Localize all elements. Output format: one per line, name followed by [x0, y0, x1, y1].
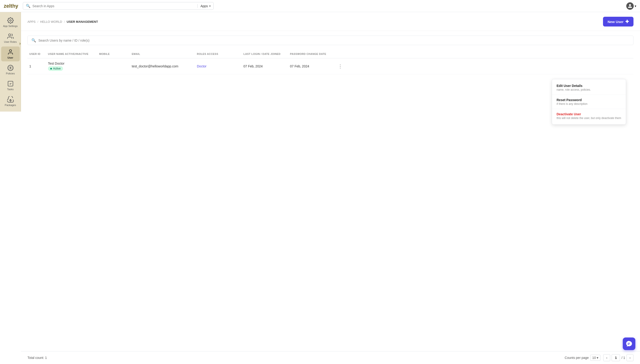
email-header: EMAIL	[130, 52, 195, 56]
breadcrumb: APPS / HELLO WORLD / USER MANAGEMENT	[28, 20, 98, 24]
roles-header: ROLES ACCESS	[195, 52, 242, 56]
search-bar-container: 🔍 Apps ▾	[23, 2, 214, 10]
sidebar-item-tasks[interactable]: Tasks	[1, 78, 20, 93]
next-page-button[interactable]: ›	[626, 354, 633, 361]
deactivate-user-item[interactable]: Deactivate User this will not delete the…	[552, 110, 626, 122]
sidebar-container: App Settings User Roles User	[0, 12, 21, 364]
counts-per-page: Counts per page 10 ▾	[565, 355, 600, 361]
breadcrumb-bar: APPS / HELLO WORLD / USER MANAGEMENT New…	[21, 12, 640, 31]
email-cell: test_doctor@helloworldapp.com	[130, 64, 195, 69]
apps-label: Apps	[200, 4, 208, 8]
pagination-controls: ‹ 1 / 1 ›	[603, 354, 633, 361]
new-user-button[interactable]: New User ✚	[603, 17, 633, 26]
svg-point-3	[10, 68, 11, 68]
user-id-cell: 1	[28, 64, 46, 69]
status-dot	[50, 68, 52, 70]
sidebar-item-packages[interactable]: Packages	[1, 94, 20, 109]
sidebar-item-label: App Settings	[3, 25, 18, 28]
table-header: USER ID USER NAME ACTIVE/INACTIVE MOBILE…	[28, 50, 633, 58]
breadcrumb-sep-2: /	[64, 20, 65, 24]
total-pages: / 1	[621, 356, 625, 360]
mobile-header: MOBILE	[97, 52, 130, 56]
sidebar-item-app-settings[interactable]: App Settings	[1, 15, 20, 30]
reset-password-desc: if there is any description	[557, 102, 621, 106]
logo: zelthy	[4, 3, 18, 9]
sidebar-item-user[interactable]: User	[1, 46, 20, 61]
password-header: PASSWORD CHANGE DATE	[288, 52, 335, 56]
edit-user-details-item[interactable]: Edit User Details name, role access, pol…	[552, 81, 626, 94]
edit-user-title: Edit User Details	[557, 84, 621, 88]
user-menu-chevron: ▾	[635, 4, 636, 8]
breadcrumb-current: USER MANAGEMENT	[67, 20, 98, 24]
avatar-button[interactable]: ▾	[626, 2, 636, 10]
breadcrumb-apps[interactable]: APPS	[28, 20, 36, 24]
pagination-right: Counts per page 10 ▾ ‹ 1 / 1 ›	[565, 354, 633, 361]
breadcrumb-hello-world[interactable]: HELLO WORLD	[40, 20, 62, 24]
reset-password-item[interactable]: Reset Password if there is any descripti…	[552, 95, 626, 108]
topnav-right: ▾	[626, 2, 636, 10]
sidebar-item-policies[interactable]: Policies	[1, 62, 20, 77]
per-page-chevron: ▾	[597, 356, 598, 360]
deactivate-user-desc: this will not delete the user, but only …	[557, 116, 621, 120]
main-content: APPS / HELLO WORLD / USER MANAGEMENT New…	[21, 12, 640, 364]
table-row: 1 Test Doctor Active test_doctor@hellowo…	[28, 58, 633, 74]
context-menu-divider-1	[552, 94, 626, 95]
user-search-input[interactable]	[38, 38, 629, 42]
row-actions-button[interactable]: ⋮	[337, 62, 344, 70]
chevron-down-icon: ▾	[209, 4, 210, 8]
svg-point-1	[8, 34, 11, 36]
edit-user-desc: name, role access, policies.	[557, 88, 621, 91]
topnav: zelthy 🔍 Apps ▾ ▾	[0, 0, 640, 12]
last-login-header: LAST LOGIN / DATE JOINED	[242, 52, 288, 56]
new-user-label: New User	[608, 20, 623, 24]
sidebar: App Settings User Roles User	[0, 12, 21, 112]
status-badge: Active	[48, 66, 63, 71]
user-id-header: USER ID	[28, 52, 46, 56]
role-link[interactable]: Doctor	[197, 64, 206, 68]
per-page-select[interactable]: 10 ▾	[590, 355, 601, 361]
deactivate-user-title: Deactivate User	[557, 112, 621, 116]
actions-cell: ⋮	[335, 62, 349, 71]
sidebar-collapse-arrow[interactable]	[20, 42, 21, 45]
layout: App Settings User Roles User	[0, 12, 640, 364]
reset-password-title: Reset Password	[557, 98, 621, 102]
last-login-cell: 07 Feb, 2024	[242, 64, 288, 69]
table-footer: Total count: 1 Counts per page 10 ▾ ‹ 1 …	[21, 351, 640, 364]
search-input[interactable]	[32, 4, 195, 8]
users-table: USER ID USER NAME ACTIVE/INACTIVE MOBILE…	[28, 50, 633, 74]
current-page: 1	[612, 354, 620, 361]
password-change-cell: 07 Feb, 2024	[288, 64, 335, 69]
username-header: USER NAME ACTIVE/INACTIVE	[46, 52, 97, 56]
total-count: Total count: 1	[28, 356, 47, 360]
role-cell: Doctor	[195, 64, 242, 69]
apps-dropdown[interactable]: Apps ▾	[197, 4, 210, 8]
user-name: Test Doctor	[48, 62, 95, 65]
content-area: 🔍 USER ID USER NAME ACTIVE/INACTIVE MOBI…	[21, 31, 640, 351]
sidebar-item-user-roles[interactable]: User Roles	[1, 31, 20, 46]
breadcrumb-sep-1: /	[38, 20, 38, 24]
svg-point-2	[9, 50, 12, 52]
mobile-cell	[97, 65, 130, 67]
avatar	[626, 2, 634, 10]
user-search-bar: 🔍	[28, 36, 633, 45]
prev-page-button[interactable]: ‹	[603, 354, 610, 361]
sidebar-item-label: User Roles	[4, 40, 17, 43]
actions-header	[335, 52, 349, 56]
plus-icon: ✚	[625, 19, 629, 24]
search-icon: 🔍	[26, 4, 31, 8]
sidebar-item-label: Packages	[5, 104, 16, 106]
username-cell: Test Doctor Active	[46, 61, 97, 72]
per-page-value: 10	[592, 356, 596, 360]
status-label: Active	[53, 67, 61, 70]
svg-point-0	[10, 20, 11, 22]
counts-per-page-label: Counts per page	[565, 356, 589, 360]
sidebar-item-label: Policies	[6, 72, 15, 75]
user-search-icon: 🔍	[32, 38, 36, 42]
sidebar-item-label: Tasks	[7, 88, 14, 91]
sidebar-item-label: User	[8, 56, 13, 59]
context-menu-divider-2	[552, 109, 626, 109]
context-menu: Edit User Details name, role access, pol…	[552, 79, 626, 124]
chatbot-button[interactable]	[623, 338, 635, 350]
